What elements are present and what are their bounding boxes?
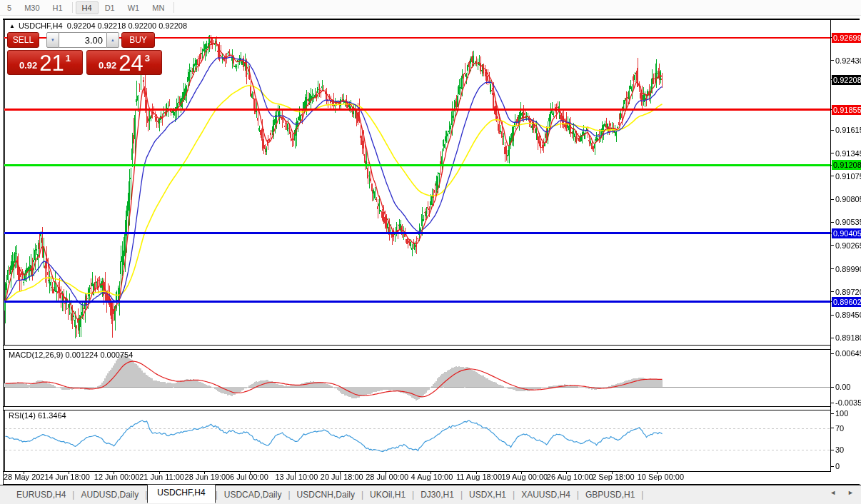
chart-title: ▲USDCHF,H4 0.92204 0.92218 0.92200 0.922… bbox=[9, 21, 187, 30]
tab-usdcad-daily[interactable]: USDCAD,Daily bbox=[218, 487, 288, 503]
price-tick: 0.89720 bbox=[835, 288, 861, 296]
price-tick: 0.90265 bbox=[835, 241, 861, 250]
timeframe-h4[interactable]: H4 bbox=[76, 1, 99, 14]
ask-price-prefix: 0.92 bbox=[99, 60, 116, 71]
bid-price-pip: 1 bbox=[66, 53, 71, 64]
date-label: 12 Jun 00:00 bbox=[94, 473, 140, 481]
tab-usdx-h1[interactable]: USDX,H1 bbox=[463, 487, 513, 503]
bid-price-big: 21 bbox=[39, 54, 64, 73]
rsi-axis-tick: 0 bbox=[835, 462, 840, 470]
price-badge: 0.92208 bbox=[832, 75, 861, 85]
price-badge: 0.91208 bbox=[832, 160, 861, 170]
timeframe-d1[interactable]: D1 bbox=[99, 1, 121, 14]
date-label: 13 Jul 10:00 bbox=[275, 473, 318, 481]
macd-indicator-label: MACD(12,26,9) 0.001224 0.000754 bbox=[9, 351, 133, 359]
sell-button[interactable]: SELL bbox=[7, 32, 39, 48]
tab-scroll-left-icon[interactable]: ◄ bbox=[830, 489, 836, 496]
date-label: 19 Aug 00:00 bbox=[501, 473, 548, 481]
price-tick: 0.91615 bbox=[835, 126, 861, 134]
price-badge: 0.89602 bbox=[832, 297, 861, 307]
date-label: 20 Jul 18:00 bbox=[321, 473, 363, 481]
price-tick: 0.90805 bbox=[835, 195, 861, 203]
tab-usdcnh-daily[interactable]: USDCNH,Daily bbox=[291, 487, 361, 503]
macd-axis-tick: -0.00350 bbox=[835, 398, 861, 407]
volume-decrease-button[interactable]: ▼ bbox=[46, 32, 59, 48]
tab-scroll-right-icon[interactable]: ► bbox=[847, 489, 854, 496]
chevron-up-icon: ▲ bbox=[111, 38, 115, 42]
date-label: 28 May 2021 bbox=[4, 473, 49, 481]
price-tick: 0.91075 bbox=[835, 172, 861, 181]
tab-separator: | bbox=[641, 490, 643, 500]
price-badge: 0.90405 bbox=[832, 228, 861, 238]
buy-button[interactable]: BUY bbox=[121, 32, 155, 48]
date-label: 11 Aug 18:00 bbox=[456, 473, 502, 481]
date-label: 28 Jun 19:00 bbox=[185, 473, 231, 481]
volume-stepper: ▼ ▲ bbox=[46, 32, 119, 48]
tab-audusd-daily[interactable]: AUDUSD,Daily bbox=[74, 487, 145, 503]
timeframe-w1[interactable]: W1 bbox=[121, 1, 146, 14]
timeframe-h1[interactable]: H1 bbox=[46, 1, 69, 14]
price-badge: 0.92699 bbox=[832, 33, 861, 43]
bid-price-box[interactable]: 0.92 21 1 bbox=[7, 50, 83, 75]
tab-xauusd-h4[interactable]: XAUUSD,H4 bbox=[515, 487, 577, 503]
price-tick: 0.91345 bbox=[835, 149, 861, 158]
chevron-down-icon: ▼ bbox=[51, 38, 55, 42]
price-tick: 0.92430 bbox=[835, 56, 861, 65]
date-label: 28 Jul 00:00 bbox=[366, 473, 408, 481]
rsi-axis-tick: 100 bbox=[835, 409, 848, 418]
symbol-tab-bar: EURUSD,H4|AUDUSD,Daily|USDCHF,H4|USDCAD,… bbox=[0, 485, 861, 504]
timeframe-mn[interactable]: MN bbox=[146, 1, 171, 14]
macd-axis-tick: 0.006451 bbox=[835, 349, 861, 358]
date-label: 10 Sep 00:00 bbox=[638, 473, 684, 481]
ask-price-box[interactable]: 0.92 24 3 bbox=[86, 50, 162, 75]
ask-price-big: 24 bbox=[119, 54, 143, 73]
date-label: 4 Jun 18:00 bbox=[49, 473, 90, 481]
tab-dj30-h1[interactable]: DJ30,H1 bbox=[414, 487, 460, 503]
date-label: 6 Jul 00:00 bbox=[230, 473, 268, 481]
ask-price-pip: 3 bbox=[145, 53, 150, 64]
bid-price-prefix: 0.92 bbox=[19, 60, 37, 71]
rsi-axis-tick: 30 bbox=[835, 445, 844, 454]
chart-ohlc-values: 0.92204 0.92218 0.92200 0.92208 bbox=[67, 21, 187, 30]
timeframe-m30[interactable]: M30 bbox=[18, 1, 46, 14]
date-label: 26 Aug 10:00 bbox=[547, 473, 593, 481]
collapse-arrow-icon[interactable]: ▲ bbox=[9, 23, 15, 29]
price-tick: 0.89180 bbox=[835, 333, 861, 342]
toolbar-separator bbox=[173, 2, 174, 13]
volume-increase-button[interactable]: ▲ bbox=[106, 32, 119, 48]
timeframe-5[interactable]: 5 bbox=[1, 1, 18, 14]
price-tick: 0.89450 bbox=[835, 311, 861, 319]
rsi-axis-tick: 70 bbox=[835, 424, 844, 433]
tab-usdchf-h4[interactable]: USDCHF,H4 bbox=[147, 484, 215, 503]
chart-symbol-period: USDCHF,H4 bbox=[19, 21, 63, 30]
price-tick: 0.90535 bbox=[835, 218, 861, 226]
volume-input[interactable] bbox=[59, 32, 106, 48]
tab-ukoil-h1[interactable]: UKOil,H1 bbox=[363, 487, 412, 503]
tab-gbpusd-h1[interactable]: GBPUSD,H1 bbox=[579, 487, 641, 503]
date-label: 2 Sep 18:00 bbox=[592, 473, 634, 481]
price-tick: 0.89990 bbox=[835, 265, 861, 273]
timeframe-toolbar: 5M30H1H4D1W1MN bbox=[0, 0, 861, 16]
price-badge: 0.91855 bbox=[832, 105, 861, 115]
one-click-trade-panel: SELL ▼ ▲ BUY 0.92 21 1 0.92 24 3 bbox=[7, 32, 162, 75]
rsi-indicator-label: RSI(14) 61.3464 bbox=[9, 411, 66, 420]
toolbar-separator bbox=[72, 2, 73, 13]
date-label: 21 Jun 11:00 bbox=[139, 473, 184, 481]
tab-eurusd-h4[interactable]: EURUSD,H4 bbox=[10, 487, 72, 503]
macd-axis-tick: 0.00 bbox=[835, 383, 850, 391]
date-label: 4 Aug 10:00 bbox=[411, 473, 453, 481]
